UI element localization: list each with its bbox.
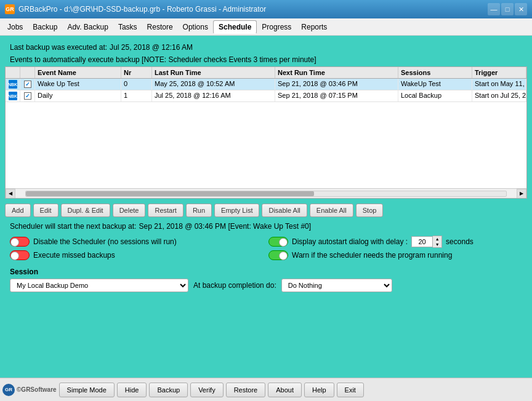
delay-spinner[interactable]: ▲ ▼	[411, 236, 442, 248]
session-row: My Local Backup DemoLocal Backup DemoWak…	[10, 279, 522, 292]
row-trigger-2: Start on Jul 25, 2018 @ 07:15 PM - Repea…	[472, 90, 526, 101]
disable-scheduler-toggle[interactable]	[10, 237, 30, 247]
scroll-track[interactable]	[25, 191, 507, 197]
close-button[interactable]: ✕	[515, 3, 527, 15]
table-header: Event Name Nr Last Run Time Next Run Tim…	[6, 67, 526, 79]
stop-button[interactable]: Stop	[356, 204, 384, 217]
schedule-buttons: Add Edit Dupl. & Edit Delete Restart Run…	[5, 201, 527, 220]
horizontal-scrollbar[interactable]: ◀ ▶	[6, 188, 526, 198]
menu-progress[interactable]: Progress	[257, 21, 296, 33]
scroll-thumb[interactable]	[26, 191, 314, 196]
row-sessions-1: WakeUp Test	[398, 79, 472, 90]
status-bar: GR ©GRSoftware Simple Mode Hide Backup V…	[0, 378, 532, 401]
menu-restore[interactable]: Restore	[142, 21, 178, 33]
disable-all-button[interactable]: Disable All	[262, 204, 307, 217]
option-col-right-1: Display autostart dialog with delay : ▲ …	[268, 236, 522, 248]
delete-button[interactable]: Delete	[113, 204, 146, 217]
row-event-name-2: Daily	[35, 90, 121, 101]
menu-reports[interactable]: Reports	[296, 21, 332, 33]
execute-missed-toggle[interactable]	[10, 250, 30, 260]
gr-logo-icon: GR	[2, 384, 15, 396]
window-controls: — □ ✕	[488, 3, 527, 15]
col-last-run: Last Run Time	[152, 67, 275, 78]
spin-up-button[interactable]: ▲	[433, 236, 441, 242]
spinner-buttons[interactable]: ▲ ▼	[433, 236, 442, 248]
empty-list-button[interactable]: Empty List	[214, 204, 259, 217]
display-autostart-toggle[interactable]	[268, 237, 288, 247]
window-title: GRBackPro - d:\@GR\HD-SSD-backup.grb - R…	[18, 5, 266, 14]
help-button[interactable]: Help	[304, 383, 334, 397]
simple-mode-button[interactable]: Simple Mode	[59, 383, 115, 397]
main-content: Last backup was executed at: Jul 25, 201…	[0, 36, 532, 378]
option-row-2: Execute missed backups Warn if the sched…	[10, 250, 522, 260]
table-row[interactable]: NBK Wake Up Test 0 May 25, 2018 @ 10:52 …	[6, 79, 526, 90]
row-last-run-1: May 25, 2018 @ 10:52 AM	[152, 79, 275, 90]
maximize-button[interactable]: □	[501, 3, 514, 15]
row-last-run-2: Jul 25, 2018 @ 12:16 AM	[152, 90, 275, 101]
display-autostart-label: Display autostart dialog with delay :	[292, 237, 408, 246]
menu-options[interactable]: Options	[178, 21, 213, 33]
about-button[interactable]: About	[268, 383, 302, 397]
row-trigger-1: Start on May 11, 2012 @ 01:12 PM - Repea…	[472, 79, 526, 90]
backup-button[interactable]: Backup	[149, 383, 188, 397]
restore-button[interactable]: Restore	[226, 383, 266, 397]
scheduler-next-label: Scheduler will start the next backup at:	[10, 222, 136, 231]
scroll-left-arrow[interactable]: ◀	[6, 189, 15, 199]
scheduler-next-time: Sep 21, 2018 @ 03:46 PM [Event: Wake Up …	[139, 222, 311, 231]
edit-button[interactable]: Edit	[33, 204, 58, 217]
last-backup-time: Jul 25, 2018 @ 12:16 AM	[110, 43, 193, 52]
session-select[interactable]: My Local Backup DemoLocal Backup DemoWak…	[10, 279, 188, 292]
delay-unit: seconds	[446, 237, 474, 246]
hide-button[interactable]: Hide	[117, 383, 147, 397]
delay-input[interactable]	[411, 236, 433, 247]
table-row[interactable]: NBK Daily 1 Jul 25, 2018 @ 12:16 AM Sep …	[6, 90, 526, 102]
execute-missed-label: Execute missed backups	[33, 251, 115, 260]
scheduler-info: Scheduler will start the next backup at:…	[5, 220, 527, 233]
dupl-edit-button[interactable]: Dupl. & Edit	[61, 204, 110, 217]
enable-all-button[interactable]: Enable All	[310, 204, 353, 217]
menu-jobs[interactable]: Jobs	[2, 21, 28, 33]
title-bar: GR GRBackPro - d:\@GR\HD-SSD-backup.grb …	[0, 0, 532, 18]
menu-bar: Jobs Backup Adv. Backup Tasks Restore Op…	[0, 18, 532, 36]
col-trigger: Trigger	[472, 67, 526, 78]
option-row-1: Disable the Scheduler (no sessions will …	[10, 236, 522, 248]
completion-select[interactable]: Do NothingShutdownHibernateSleep	[281, 279, 392, 292]
verify-button[interactable]: Verify	[190, 383, 224, 397]
menu-schedule[interactable]: Schedule	[213, 20, 257, 34]
add-button[interactable]: Add	[5, 204, 31, 217]
menu-tasks[interactable]: Tasks	[113, 21, 142, 33]
logo-area: GR ©GRSoftware	[2, 384, 57, 396]
menu-adv-backup[interactable]: Adv. Backup	[62, 21, 113, 33]
table-empty-space	[6, 102, 526, 188]
row-sessions-2: Local Backup	[398, 90, 472, 101]
minimize-button[interactable]: —	[488, 3, 500, 15]
app-icon: GR	[5, 4, 15, 14]
warn-running-label: Warn if the scheduler needs the program …	[292, 251, 452, 260]
row-nr-2: 1	[121, 90, 152, 101]
col-check	[20, 67, 35, 78]
row-next-run-1: Sep 21, 2018 @ 03:46 PM	[275, 79, 398, 90]
col-sessions: Sessions	[398, 67, 472, 78]
row-check-1[interactable]	[20, 79, 35, 90]
row-check-2[interactable]	[20, 90, 35, 101]
last-backup-bar: Last backup was executed at: Jul 25, 201…	[5, 41, 527, 54]
option-col-left-1: Disable the Scheduler (no sessions will …	[10, 237, 264, 247]
last-backup-label: Last backup was executed at:	[10, 43, 107, 52]
row-nr-1: 0	[121, 79, 152, 90]
menu-backup[interactable]: Backup	[28, 21, 62, 33]
run-button[interactable]: Run	[186, 204, 212, 217]
col-next-run: Next Run Time	[275, 67, 398, 78]
option-col-left-2: Execute missed backups	[10, 250, 264, 260]
scroll-right-arrow[interactable]: ▶	[517, 189, 526, 199]
col-nr: Nr	[121, 67, 152, 78]
restart-button[interactable]: Restart	[148, 204, 183, 217]
exit-button[interactable]: Exit	[337, 383, 364, 397]
disable-scheduler-label: Disable the Scheduler (no sessions will …	[33, 237, 177, 246]
spin-down-button[interactable]: ▼	[433, 242, 441, 247]
row-event-name-1: Wake Up Test	[35, 79, 121, 90]
row-icon-1: NBK	[6, 79, 20, 90]
option-col-right-2: Warn if the scheduler needs the program …	[268, 250, 522, 260]
warn-running-toggle[interactable]	[268, 250, 288, 260]
options-section: Disable the Scheduler (no sessions will …	[5, 233, 527, 265]
completion-label: At backup completion do:	[193, 281, 276, 290]
